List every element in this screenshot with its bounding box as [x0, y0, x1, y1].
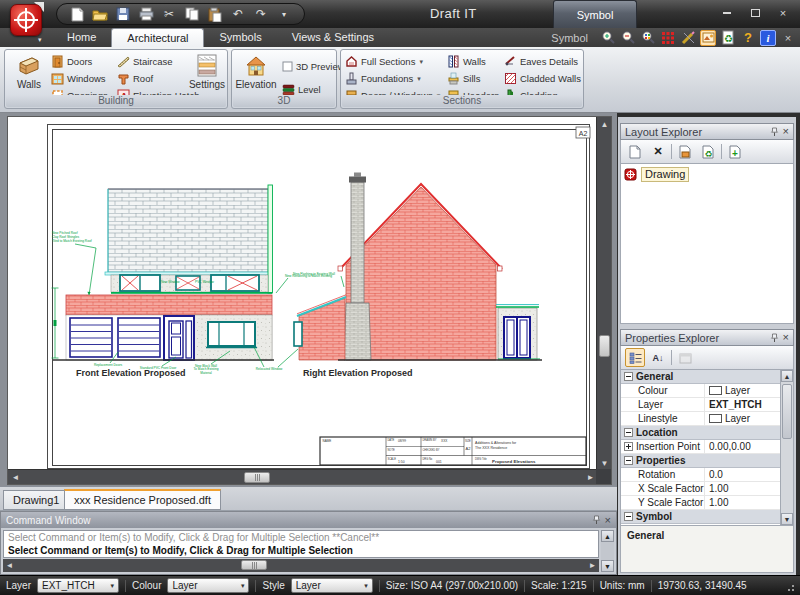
- property-row-layer[interactable]: LayerEXT_HTCH: [621, 398, 780, 412]
- drawing-board-icon[interactable]: [700, 30, 716, 46]
- doc-tab-residence[interactable]: xxx Residence Proposed.dft: [64, 489, 221, 510]
- delete-layout-icon[interactable]: ✕: [648, 142, 668, 161]
- scroll-up-icon[interactable]: ▲: [601, 530, 614, 542]
- collapse-icon[interactable]: [624, 372, 633, 381]
- minimize-button[interactable]: [718, 6, 736, 19]
- property-group-location[interactable]: Location: [621, 426, 780, 440]
- collapse-icon[interactable]: [624, 512, 633, 521]
- add-layout-icon[interactable]: +: [725, 142, 745, 161]
- property-row-rotation[interactable]: Rotation0.0: [621, 468, 780, 482]
- collapse-icon[interactable]: [624, 428, 633, 437]
- help-icon[interactable]: ?: [740, 30, 756, 46]
- undo-icon[interactable]: ↶: [230, 6, 246, 22]
- close-panel-icon[interactable]: ×: [783, 332, 789, 343]
- elevation-button[interactable]: Elevation: [234, 52, 278, 96]
- scroll-left-icon[interactable]: ◄: [8, 470, 23, 485]
- windows-button[interactable]: Windows: [51, 71, 106, 86]
- section-walls-button[interactable]: Walls: [447, 54, 486, 69]
- full-sections-button[interactable]: Full Sections▾: [345, 54, 423, 69]
- scroll-down-icon[interactable]: ▼: [601, 560, 614, 572]
- expand-icon[interactable]: [624, 442, 633, 451]
- vertical-scroll-thumb[interactable]: [782, 384, 792, 439]
- regenerate-icon[interactable]: ♻: [720, 30, 736, 46]
- tab-architectural[interactable]: Architectural: [111, 28, 204, 47]
- new-file-icon[interactable]: [69, 6, 85, 22]
- preview-3d-checkbox[interactable]: 3D Preview: [282, 59, 345, 74]
- scroll-up-icon[interactable]: ▲: [781, 370, 793, 382]
- scroll-up-icon[interactable]: ▲: [597, 117, 612, 132]
- eaves-details-button[interactable]: Eaves Details: [504, 54, 578, 69]
- contextual-tab-symbol[interactable]: Symbol: [553, 0, 637, 28]
- command-history[interactable]: Select Command or Item(s) to Modify, Cli…: [3, 530, 599, 558]
- pin-icon[interactable]: [770, 127, 779, 137]
- property-row-linestyle[interactable]: LinestyleLayer: [621, 412, 780, 426]
- open-folder-icon[interactable]: [92, 6, 108, 22]
- snap-grid-icon[interactable]: [660, 30, 676, 46]
- foundations-button[interactable]: Foundations▾: [345, 71, 421, 86]
- property-group-general[interactable]: General: [621, 370, 780, 384]
- close-panel-icon[interactable]: ×: [783, 126, 789, 137]
- pin-icon[interactable]: [592, 515, 601, 525]
- horizontal-scroll-thumb[interactable]: [244, 472, 270, 483]
- drawing-canvas[interactable]: A2: [7, 116, 612, 485]
- save-icon[interactable]: [115, 6, 131, 22]
- resize-grip[interactable]: [784, 581, 794, 591]
- command-horizontal-scrollbar[interactable]: ◄ ►: [3, 559, 599, 572]
- property-row-insertion-point[interactable]: Insertion Point0.00,0.00: [621, 440, 780, 454]
- dropdown-caret-icon[interactable]: ▾: [417, 75, 421, 83]
- colour-dropdown[interactable]: Layer▾: [167, 578, 249, 593]
- zoom-extents-icon[interactable]: [640, 30, 656, 46]
- property-group-symbol[interactable]: Symbol: [621, 510, 780, 524]
- print-icon[interactable]: [138, 6, 154, 22]
- application-menu-button[interactable]: ▾: [8, 2, 48, 44]
- property-row-colour[interactable]: ColourLayer: [621, 384, 780, 398]
- copy-icon[interactable]: [184, 6, 200, 22]
- style-dropdown[interactable]: Layer▾: [291, 578, 373, 593]
- draw-mode-icon[interactable]: [680, 30, 696, 46]
- doc-tab-drawing1[interactable]: Drawing1: [3, 490, 69, 510]
- roof-button[interactable]: Roof: [117, 71, 153, 86]
- info-icon[interactable]: i: [760, 30, 776, 46]
- close-button[interactable]: ×: [774, 6, 792, 19]
- qat-dropdown-icon[interactable]: ▾: [276, 6, 292, 22]
- walls-button[interactable]: Walls: [7, 52, 51, 96]
- cladded-walls-button[interactable]: Cladded Walls: [504, 71, 581, 86]
- canvas-vertical-scrollbar[interactable]: ▲ ▼: [596, 117, 611, 471]
- cut-icon[interactable]: ✂: [161, 6, 177, 22]
- refresh-layout-icon[interactable]: ♻: [698, 142, 718, 161]
- layout-up-icon[interactable]: [675, 142, 695, 161]
- categorized-view-icon[interactable]: [625, 348, 645, 367]
- scroll-left-icon[interactable]: ◄: [3, 559, 16, 572]
- canvas-horizontal-scrollbar[interactable]: ◄ ►: [8, 469, 598, 484]
- close-panel-icon[interactable]: ×: [605, 514, 611, 526]
- scroll-right-icon[interactable]: ►: [586, 559, 599, 572]
- property-group-properties[interactable]: Properties: [621, 454, 780, 468]
- doors-button[interactable]: Doors: [51, 54, 92, 69]
- property-grid-scrollbar[interactable]: ▲ ▼: [780, 370, 793, 525]
- new-layout-icon[interactable]: [625, 142, 645, 161]
- close-context-icon[interactable]: ×: [780, 30, 796, 46]
- redo-icon[interactable]: ↷: [253, 6, 269, 22]
- zoom-out-icon[interactable]: [620, 30, 636, 46]
- layer-dropdown[interactable]: EXT_HTCH▾: [37, 578, 119, 593]
- property-row-xscale[interactable]: X Scale Factor1.00: [621, 482, 780, 496]
- property-row-yscale[interactable]: Y Scale Factor1.00: [621, 496, 780, 510]
- maximize-button[interactable]: [746, 6, 764, 19]
- tab-home[interactable]: Home: [52, 28, 111, 47]
- dropdown-caret-icon[interactable]: ▾: [419, 58, 423, 66]
- command-vertical-scrollbar[interactable]: ▲ ▼: [601, 530, 614, 572]
- horizontal-scroll-thumb[interactable]: [241, 560, 267, 570]
- settings-button[interactable]: Settings: [187, 52, 227, 96]
- tab-views-settings[interactable]: Views & Settings: [277, 28, 389, 47]
- tab-symbols[interactable]: Symbols: [204, 28, 276, 47]
- scroll-down-icon[interactable]: ▼: [781, 513, 793, 525]
- staircase-button[interactable]: Staircase: [117, 54, 173, 69]
- paste-icon[interactable]: [207, 6, 223, 22]
- pin-icon[interactable]: [770, 333, 779, 343]
- layout-item-drawing[interactable]: Drawing: [624, 167, 790, 182]
- collapse-icon[interactable]: [624, 456, 633, 465]
- sills-button[interactable]: Sills: [447, 71, 480, 86]
- zoom-in-icon[interactable]: [600, 30, 616, 46]
- vertical-scroll-thumb[interactable]: [599, 335, 610, 357]
- sort-alphabetical-icon[interactable]: A↓: [648, 348, 668, 367]
